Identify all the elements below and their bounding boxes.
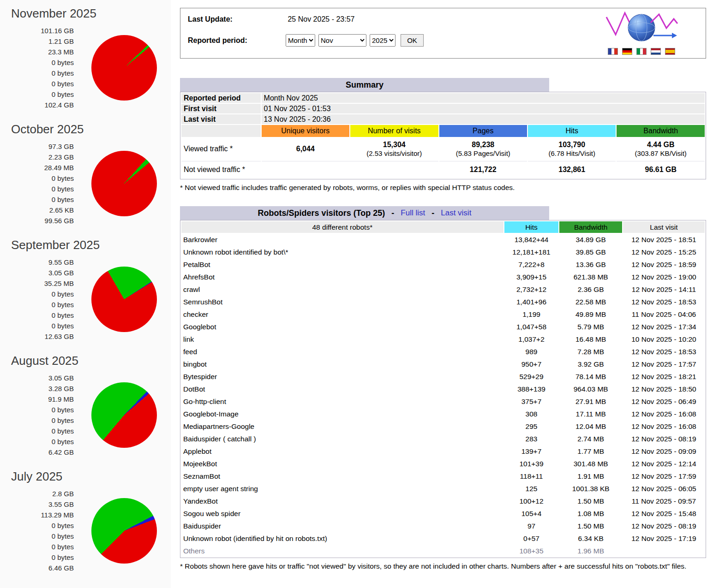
robot-hits: 100+12 — [504, 495, 559, 507]
robot-row: Baiduspider971.50 MB12 Nov 2025 - 08:19 — [181, 520, 705, 532]
full-list-link[interactable]: Full list — [401, 208, 425, 218]
robot-row: SemrushBot1,401+9622.58 MB12 Nov 2025 - … — [181, 296, 705, 308]
robot-bandwidth: 34.89 GB — [559, 234, 622, 245]
flag-spain[interactable] — [665, 48, 675, 55]
blank-cell — [181, 125, 261, 137]
traffic-value: 0 bytes — [11, 321, 74, 331]
period-month-select[interactable]: Nov — [318, 34, 366, 47]
flag-netherlands[interactable] — [651, 48, 661, 55]
summary-title: Summary — [346, 80, 383, 90]
empty-cell — [262, 161, 438, 178]
robot-row: PetalBot7,222+813.36 GB12 Nov 2025 - 18:… — [181, 259, 705, 270]
flag-france[interactable] — [608, 48, 618, 55]
traffic-ratio: (6.78 Hits/Visit) — [528, 149, 616, 157]
flag-stripe — [614, 48, 617, 54]
flag-germany[interactable] — [622, 48, 632, 55]
month-block: August 20253.05 GB3.28 GB91.9 MB0 bytes0… — [11, 354, 171, 457]
robot-last-visit: 12 Nov 2025 - 15:25 — [623, 246, 705, 258]
robot-name: DotBot — [181, 383, 503, 395]
robot-hits: 1,047+58 — [504, 321, 559, 333]
robot-bandwidth: 1.50 MB — [559, 495, 622, 507]
awstats-logo[interactable] — [603, 11, 680, 55]
traffic-value: 9.55 GB — [11, 257, 74, 267]
robot-bandwidth: 301.48 MB — [559, 458, 622, 469]
month-row: 97.3 GB2.23 GB28.49 MB0 bytes0 bytes0 by… — [11, 141, 171, 226]
robot-row: checker1,19949.89 MB11 Nov 2025 - 04:06 — [181, 309, 705, 320]
traffic-value: 0 bytes — [11, 531, 74, 541]
flag-stripe — [637, 48, 640, 54]
month-block: September 20259.55 GB3.05 GB35.25 MB0 by… — [11, 238, 171, 342]
robot-last-visit: 11 Nov 2025 - 09:57 — [623, 495, 705, 507]
traffic-number: 103,790 — [528, 141, 616, 149]
robot-hits: 1,401+96 — [504, 296, 559, 308]
robot-hits: 950+7 — [504, 358, 559, 370]
robot-row: DotBot388+139964.03 MB12 Nov 2025 - 18:5… — [181, 383, 705, 395]
robot-name: MojeekBot — [181, 458, 503, 469]
traffic-value: 0 bytes — [11, 299, 74, 310]
info-value: 13 Nov 2025 - 20:36 — [262, 114, 705, 124]
robot-last-visit: 12 Nov 2025 - 16:08 — [623, 421, 705, 432]
robot-bandwidth: 16.48 MB — [559, 333, 622, 345]
robot-bandwidth: 1.91 MB — [559, 470, 622, 482]
robot-bandwidth: 17.11 MB — [559, 408, 622, 420]
robots-title-bar: Robots/Spiders visitors (Top 25) - Full … — [180, 206, 549, 220]
viewed-traffic-cell: 6,044 — [262, 138, 349, 160]
robot-row: Unknown robot identified by bot\*12,181+… — [181, 246, 705, 258]
robot-name: Googlebot — [181, 321, 503, 333]
traffic-value: 3.05 GB — [11, 373, 74, 383]
robot-last-visit: 12 Nov 2025 - 19:00 — [623, 271, 705, 283]
traffic-ratio: (5.83 Pages/Visit) — [439, 149, 527, 157]
flag-stripe — [611, 48, 615, 54]
ok-button[interactable]: OK — [401, 34, 424, 47]
traffic-value: 0 bytes — [11, 541, 74, 552]
traffic-value: 0 bytes — [11, 436, 74, 447]
month-row: 2.8 GB3.55 GB113.29 MB0 bytes0 bytes0 by… — [11, 488, 171, 573]
robot-bandwidth: 39.85 GB — [559, 246, 622, 258]
robot-name: PetalBot — [181, 259, 503, 270]
robot-last-visit: 12 Nov 2025 - 17:34 — [623, 321, 705, 333]
period-year-select[interactable]: 2025 — [370, 34, 395, 47]
robot-hits: 989 — [504, 346, 559, 357]
robot-bandwidth: 1.08 MB — [559, 508, 622, 519]
robot-hits: 375+7 — [504, 396, 559, 407]
robot-name: Barkrowler — [181, 234, 503, 245]
traffic-value: 35.25 MB — [11, 278, 74, 289]
flag-italy[interactable] — [636, 48, 647, 55]
robot-row: Bytespider529+2978.14 MB12 Nov 2025 - 18… — [181, 371, 705, 382]
month-title: November 2025 — [11, 6, 171, 21]
robot-row: Applebot139+71.77 MB12 Nov 2025 - 09:09 — [181, 445, 705, 457]
month-row: 9.55 GB3.05 GB35.25 MB0 bytes0 bytes0 by… — [11, 257, 171, 342]
month-title: July 2025 — [11, 469, 171, 484]
sidebar-months: November 2025101.16 GB1.21 GB23.3 MB0 by… — [11, 6, 171, 573]
viewed-traffic-cell: 15,304(2.53 visits/visitor) — [350, 138, 438, 160]
period-type-select[interactable]: Month — [286, 34, 315, 47]
traffic-value: 0 bytes — [11, 68, 74, 78]
month-title: September 2025 — [11, 238, 171, 252]
robot-last-visit: 12 Nov 2025 - 17:57 — [623, 358, 705, 370]
not-viewed-traffic-row: Not viewed traffic * 121,722132,86196.61… — [181, 161, 705, 178]
not-viewed-traffic-label: Not viewed traffic * — [181, 161, 261, 178]
robot-hits: 308 — [504, 408, 559, 420]
robot-last-visit: 12 Nov 2025 - 18:51 — [623, 234, 705, 245]
month-block: October 202597.3 GB2.23 GB28.49 MB0 byte… — [11, 122, 171, 226]
traffic-pie-chart — [91, 267, 157, 332]
robots-others-row: Others108+351.96 MB — [181, 545, 705, 557]
robot-name: checker — [181, 309, 503, 320]
traffic-value: 23.3 MB — [11, 47, 74, 57]
robot-row: SeznamBot118+111.91 MB12 Nov 2025 - 17:5… — [181, 470, 705, 482]
not-viewed-traffic-cell: 96.61 GB — [617, 161, 705, 178]
robot-hits: 2,732+12 — [504, 284, 559, 295]
last-visit-link[interactable]: Last visit — [441, 208, 471, 218]
viewed-traffic-cell: 89,238(5.83 Pages/Visit) — [439, 138, 527, 160]
summary-title-bar: Summary — [180, 78, 549, 92]
robot-row: Mediapartners-Google29512.04 MB12 Nov 20… — [181, 421, 705, 432]
robot-last-visit: 12 Nov 2025 - 18:59 — [623, 259, 705, 270]
robot-last-visit: 12 Nov 2025 - 16:08 — [623, 408, 705, 420]
robot-name: Applebot — [181, 445, 503, 457]
robot-row: empty user agent string1251001.38 KB12 N… — [181, 483, 705, 494]
traffic-value: 0 bytes — [11, 173, 74, 184]
month-values: 9.55 GB3.05 GB35.25 MB0 bytes0 bytes0 by… — [11, 257, 74, 342]
traffic-value: 3.28 GB — [11, 383, 74, 394]
flag-stripe — [608, 48, 611, 54]
info-label: Last visit — [181, 114, 261, 124]
